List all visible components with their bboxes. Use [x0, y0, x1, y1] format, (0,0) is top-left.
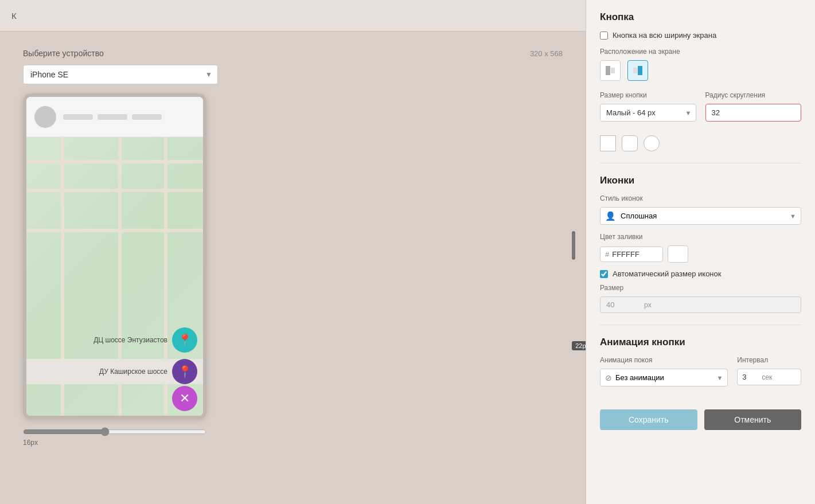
radius-shapes-row	[600, 135, 801, 151]
device-dimensions: 320 x 568	[530, 49, 563, 58]
map-road-horizontal-3	[26, 229, 203, 232]
person-icon: 👤	[605, 211, 616, 221]
svg-rect-2	[633, 68, 637, 73]
device-select-wrapper[interactable]: iPhone SE iPhone 8 iPhone X Samsung Gala…	[23, 65, 218, 84]
auto-size-label: Автоматический размер иконок	[613, 269, 721, 278]
color-hash: #	[605, 250, 609, 259]
location-pin-purple[interactable]: 📍	[172, 359, 197, 384]
header-line-3	[132, 114, 162, 120]
interval-label: Интервал	[737, 356, 801, 364]
px-label: px	[644, 301, 652, 309]
radius-field-group: Радиус скругления	[705, 91, 802, 122]
auto-size-checkbox[interactable]	[600, 270, 608, 278]
svg-rect-1	[611, 68, 615, 73]
anim-select[interactable]: Без анимации Пульс Мигание	[614, 369, 723, 386]
header-line-1	[63, 114, 93, 120]
scroll-thumb	[572, 231, 575, 260]
map-road-horizontal-2	[26, 189, 203, 192]
pos-left-svg	[605, 65, 616, 76]
top-bar-title: К	[11, 11, 17, 21]
main-content: Выберите устройство 320 x 568 iPhone SE …	[0, 32, 586, 504]
icon-style-label: Стиль иконок	[600, 194, 801, 202]
anim-circle-icon: ⊘	[605, 373, 612, 382]
location-2-text: ДУ Каширское шоссе	[26, 368, 172, 376]
phone-frame: ДЦ шоссе Энтузиастов 📍 ДУ Каширское шосс…	[23, 93, 206, 419]
position-icons-row	[600, 60, 801, 81]
radius-shape-rounded[interactable]	[622, 135, 638, 151]
size-radius-row: Размер кнопки Малый - 64 px Средний - 80…	[600, 91, 801, 122]
device-select[interactable]: iPhone SE iPhone 8 iPhone X Samsung Gala…	[23, 65, 218, 84]
divider-1	[600, 163, 801, 163]
svg-rect-0	[606, 66, 610, 75]
section-title-button: Кнопка	[600, 11, 801, 23]
size-px-input[interactable]	[606, 300, 641, 309]
size-input-wrapper: px	[600, 296, 801, 313]
fill-color-label: Цвет заливки	[600, 233, 801, 241]
size-field-group: Размер кнопки Малый - 64 px Средний - 80…	[600, 91, 696, 122]
phone-header-lines	[63, 114, 162, 120]
position-left-icon[interactable]	[600, 60, 621, 81]
anim-idle-group: Анимация покоя ⊘ Без анимации Пульс Мига…	[600, 356, 728, 386]
radius-label: Радиус скругления	[705, 91, 802, 99]
save-button[interactable]: Сохранить	[600, 409, 697, 430]
size-px-label: Размер	[600, 284, 801, 292]
pin-icon-2: 📍	[178, 365, 192, 378]
radius-input[interactable]	[705, 104, 802, 122]
anim-select-wrapper: ⊘ Без анимации Пульс Мигание ▼	[600, 369, 728, 386]
full-width-checkbox-row: Кнопка на всю ширину экрана	[600, 31, 801, 40]
anim-idle-label: Анимация покоя	[600, 356, 728, 364]
section-title-icons: Иконки	[600, 175, 801, 186]
icon-style-select[interactable]: Сплошная Контурная Цветная	[618, 208, 796, 224]
zoom-slider-row	[23, 427, 563, 436]
close-icon: ✕	[180, 392, 190, 405]
position-label: Расположение на экране	[600, 48, 801, 56]
left-panel: К Выберите устройство 320 x 568 iPhone S…	[0, 0, 586, 504]
phone-wrapper: ДЦ шоссе Энтузиастов 📍 ДУ Каширское шосс…	[23, 93, 563, 419]
color-swatch[interactable]	[668, 245, 688, 263]
full-width-label: Кнопка на всю ширину экрана	[613, 31, 716, 40]
animation-row: Анимация покоя ⊘ Без анимации Пульс Мига…	[600, 356, 801, 386]
position-right-icon[interactable]	[627, 60, 648, 81]
close-button[interactable]: ✕	[172, 386, 197, 411]
divider-2	[600, 325, 801, 325]
size-label: Размер кнопки	[600, 91, 696, 99]
header-line-2	[98, 114, 127, 120]
color-row: #	[600, 245, 801, 263]
top-bar: К	[0, 0, 586, 32]
radius-shape-circle[interactable]	[644, 135, 660, 151]
phone-content: ДЦ шоссе Энтузиастов 📍 ДУ Каширское шосс…	[26, 97, 203, 416]
phone-avatar	[34, 106, 56, 128]
full-width-checkbox[interactable]	[600, 32, 608, 40]
map-road-horizontal-1	[26, 160, 203, 163]
cancel-button[interactable]: Отменить	[704, 409, 802, 430]
zoom-label: 22px	[572, 341, 586, 350]
right-panel: Кнопка Кнопка на всю ширину экрана Распо…	[586, 0, 815, 504]
bottom-buttons: Сохранить Отменить	[600, 409, 801, 430]
phone-map: ДЦ шоссе Энтузиастов 📍 ДУ Каширское шосс…	[26, 137, 203, 416]
radius-shape-square[interactable]	[600, 135, 616, 151]
section-title-animation: Анимация кнопки	[600, 337, 801, 348]
size-select[interactable]: Малый - 64 px Средний - 80 px Большой - …	[600, 104, 696, 122]
zoom-bottom-value: 16px	[23, 439, 563, 447]
device-label: Выберите устройство	[23, 49, 104, 58]
color-text-input[interactable]	[612, 250, 658, 259]
icon-style-select-wrapper: 👤 Сплошная Контурная Цветная ▼	[600, 207, 801, 225]
phone-header	[26, 97, 203, 137]
location-item-1: ДЦ шоссе Энтузиастов 📍	[26, 327, 203, 353]
location-1-text: ДЦ шоссе Энтузиастов	[26, 336, 172, 344]
sec-label: сек	[762, 373, 772, 381]
interval-group: Интервал сек	[737, 356, 801, 386]
size-select-wrapper: Малый - 64 px Средний - 80 px Большой - …	[600, 104, 696, 122]
svg-rect-3	[638, 66, 642, 75]
pos-right-svg	[632, 65, 644, 76]
interval-input[interactable]	[742, 373, 759, 381]
pin-icon-1: 📍	[178, 333, 192, 347]
interval-input-wrapper: сек	[737, 369, 801, 385]
zoom-slider[interactable]	[23, 427, 206, 436]
color-input-wrapper: #	[600, 247, 663, 262]
auto-size-row: Автоматический размер иконок	[600, 269, 801, 278]
location-item-2: ДУ Каширское шоссе 📍	[26, 359, 203, 384]
location-pin-teal[interactable]: 📍	[172, 327, 197, 353]
device-selector-row: Выберите устройство 320 x 568	[23, 49, 563, 58]
